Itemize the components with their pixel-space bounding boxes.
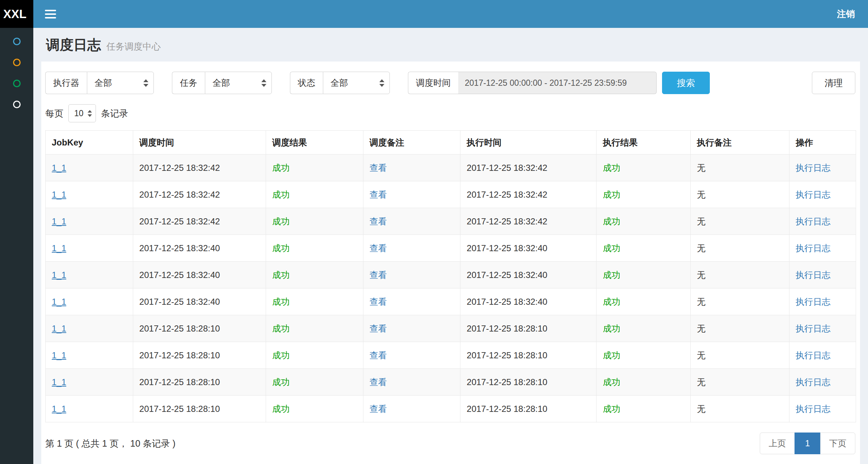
exec-time-cell: 2017-12-25 18:32:40 [460,235,597,262]
select-arrows-icon [379,79,384,87]
trigger-result-text: 成功 [272,190,290,199]
page-size-select[interactable]: 10 [68,104,96,122]
trigger-remark-link[interactable]: 查看 [370,190,387,199]
jobkey-link[interactable]: 1_1 [52,243,66,253]
page-size-suffix: 条记录 [101,107,128,119]
table-row: 1_12017-12-25 18:32:40成功查看2017-12-25 18:… [46,288,856,315]
jobkey-link[interactable]: 1_1 [52,324,66,333]
sched-time-cell: 2017-12-25 18:28:10 [133,315,266,342]
trigger-time-range-input[interactable] [458,72,657,94]
exec-log-link[interactable]: 执行日志 [796,216,830,226]
exec-log-link[interactable]: 执行日志 [796,350,830,360]
trigger-remark-link[interactable]: 查看 [370,163,387,173]
exec-remark-text: 无 [697,350,705,360]
sidebar-toggle-icon[interactable] [45,10,56,18]
exec-log-link[interactable]: 执行日志 [796,324,830,333]
exec-remark-text: 无 [697,297,705,307]
exec-remark-cell: 无 [691,396,789,422]
prev-page-button[interactable]: 上页 [760,433,795,454]
action-cell: 执行日志 [789,369,856,396]
trigger-result-text: 成功 [272,377,290,387]
trigger-remark-link[interactable]: 查看 [370,243,387,253]
action-cell: 执行日志 [789,342,856,369]
action-cell: 执行日志 [789,315,856,342]
jobkey-link[interactable]: 1_1 [52,297,66,307]
executor-filter-label: 执行器 [45,72,87,94]
jobkey-link[interactable]: 1_1 [52,216,66,226]
next-page-button[interactable]: 下页 [820,433,855,454]
table-row: 1_12017-12-25 18:28:10成功查看2017-12-25 18:… [46,396,856,422]
trigger-result-text: 成功 [272,243,290,253]
sidebar-item-dashboard[interactable] [0,31,33,52]
sched-remark-cell: 查看 [363,396,460,422]
trigger-remark-link[interactable]: 查看 [370,297,387,307]
sidebar-item-jobinfo[interactable] [0,52,33,73]
jobkey-link[interactable]: 1_1 [52,163,66,173]
current-page-button[interactable]: 1 [795,433,821,454]
filter-bar: 执行器 全部 任务 全部 状态 全部 [45,72,856,94]
table-row: 1_12017-12-25 18:32:42成功查看2017-12-25 18:… [46,155,856,181]
trigger-remark-link[interactable]: 查看 [370,350,387,360]
sidebar-item-help[interactable] [0,94,33,115]
exec-remark-text: 无 [697,324,705,333]
exec-time-text: 2017-12-25 18:28:10 [467,404,547,414]
exec-remark-text: 无 [697,243,705,253]
trigger-remark-link[interactable]: 查看 [370,216,387,226]
trigger-remark-link[interactable]: 查看 [370,377,387,387]
exec-remark-cell: 无 [691,369,789,396]
exec-result-cell: 成功 [597,288,691,315]
jobkey-cell: 1_1 [46,396,133,422]
exec-log-link[interactable]: 执行日志 [796,163,830,173]
trigger-remark-link[interactable]: 查看 [370,404,387,414]
sched-time-cell: 2017-12-25 18:32:40 [133,288,266,315]
trigger-result-text: 成功 [272,216,290,226]
exec-log-link[interactable]: 执行日志 [796,297,830,307]
exec-log-link[interactable]: 执行日志 [796,270,830,280]
jobkey-link[interactable]: 1_1 [52,350,66,360]
jobkey-link[interactable]: 1_1 [52,270,66,280]
exec-log-link[interactable]: 执行日志 [796,404,830,414]
jobkey-link[interactable]: 1_1 [52,377,66,387]
trigger-time-text: 2017-12-25 18:28:10 [139,377,220,387]
exec-log-link[interactable]: 执行日志 [796,190,830,199]
executor-select[interactable]: 全部 [87,72,154,94]
exec-remark-text: 无 [697,163,705,173]
trigger-time-text: 2017-12-25 18:32:40 [139,297,220,307]
exec-result-cell: 成功 [597,396,691,422]
clear-button[interactable]: 清理 [812,72,855,94]
content-area: 调度日志 任务调度中心 执行器 全部 任务 全部 状态 [33,28,868,464]
jobkey-cell: 1_1 [46,369,133,396]
sched-result-cell: 成功 [266,396,363,422]
app-logo[interactable]: XXL [0,0,33,28]
select-arrows-icon [261,79,266,87]
exec-time-cell: 2017-12-25 18:28:10 [460,369,597,396]
logout-button[interactable]: 注销 [837,8,855,20]
exec-time-cell: 2017-12-25 18:32:40 [460,262,597,288]
page-size-value: 10 [74,109,84,118]
job-select[interactable]: 全部 [205,72,272,94]
sidebar-item-joblog[interactable] [0,73,33,94]
action-cell: 执行日志 [789,155,856,181]
sched-time-cell: 2017-12-25 18:28:10 [133,369,266,396]
exec-result-cell: 成功 [597,369,691,396]
status-select[interactable]: 全部 [323,72,390,94]
exec-remark-text: 无 [697,190,705,199]
sched-result-cell: 成功 [266,181,363,208]
trigger-time-text: 2017-12-25 18:32:42 [139,190,220,199]
exec-result-cell: 成功 [597,181,691,208]
exec-log-link[interactable]: 执行日志 [796,243,830,253]
page-title: 调度日志 [46,36,101,54]
exec-remark-cell: 无 [691,181,789,208]
jobkey-link[interactable]: 1_1 [52,404,66,414]
sched-time-cell: 2017-12-25 18:28:10 [133,396,266,422]
top-navbar: XXL 注销 [0,0,868,28]
sched-result-cell: 成功 [266,155,363,181]
trigger-remark-link[interactable]: 查看 [370,324,387,333]
action-cell: 执行日志 [789,208,856,235]
exec-log-link[interactable]: 执行日志 [796,377,830,387]
trigger-remark-link[interactable]: 查看 [370,270,387,280]
sched-remark-cell: 查看 [363,369,460,396]
select-arrows-icon [143,79,148,87]
jobkey-link[interactable]: 1_1 [52,190,66,199]
search-button[interactable]: 搜索 [662,72,710,94]
